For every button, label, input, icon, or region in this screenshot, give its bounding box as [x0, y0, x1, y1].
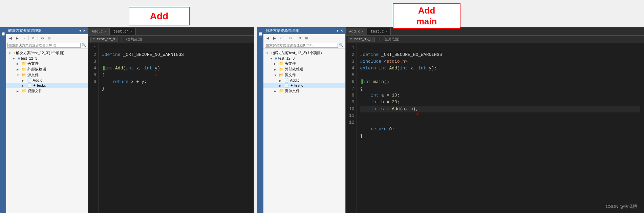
left-editor-tabs: Add.c ✕ test.c* ✕: [88, 27, 254, 36]
right-settings-button[interactable]: ⚙: [297, 35, 303, 41]
right-tab-testc[interactable]: test.c ✕: [367, 28, 391, 35]
left-resources-arrow[interactable]: ▶: [17, 90, 21, 93]
right-refresh-button[interactable]: ↺: [287, 35, 294, 41]
left-tab-addc-close[interactable]: ✕: [104, 30, 106, 34]
right-line-num-2: 2: [349, 51, 355, 58]
right-tree-resources[interactable]: ▶ 📁 资源文件: [263, 88, 345, 94]
right-external-label: 外部依赖项: [285, 67, 303, 71]
left-tree-headers[interactable]: ▶ 📁 头文件: [6, 61, 88, 66]
right-search-input[interactable]: [265, 43, 338, 48]
left-explorer-dock-btn[interactable]: ▼: [79, 29, 82, 33]
left-code-content[interactable]: #define _CRT_SECURE_NO_WARNINGS ▐int Add…: [99, 43, 254, 213]
right-source-arrow[interactable]: ▼: [274, 74, 278, 77]
right-explorer-pin-btn[interactable]: ✕: [340, 29, 343, 33]
right-tab-addc-label: Add.c: [349, 29, 360, 34]
right-line-num-9: 9: [349, 99, 355, 106]
right-project-label: test_12_3: [278, 56, 295, 60]
right-tab-addc[interactable]: Add.c ✕: [346, 28, 367, 35]
left-tree-solution[interactable]: ▼ ▪ 解决方案'test_12_3'(1个项目): [6, 50, 88, 56]
left-tab-addc[interactable]: Add.c ✕: [88, 28, 110, 35]
right-explorer-title: 解决方案资源管理器: [265, 28, 299, 33]
left-settings-button[interactable]: ⚙: [39, 35, 45, 41]
right-testc-arrow[interactable]: ▶: [279, 84, 283, 87]
right-search-icon[interactable]: 🔍: [339, 43, 344, 47]
left-editor-toolbar-dropdown[interactable]: ≡ test_12_3: [90, 37, 117, 42]
right-side-tab[interactable]: 解决方案资源管理器: [257, 27, 263, 213]
left-tree-resources[interactable]: ▶ 📁 资源文件: [6, 88, 88, 94]
left-tab-testc-close[interactable]: ✕: [130, 30, 132, 34]
right-line-num-4: 4: [349, 65, 355, 72]
left-refresh-button[interactable]: ↺: [30, 35, 36, 41]
right-code-content[interactable]: #define _CRT_SECURE_NO_WARNINGS #include…: [357, 43, 644, 213]
right-editor-scope-label: (全局范围): [384, 37, 400, 42]
right-editor-toolbar-dropdown[interactable]: ≡ test_12_3: [348, 37, 375, 42]
left-headers-icon: 📁: [22, 61, 26, 65]
left-tree-external[interactable]: ▶ 📁 外部依赖项: [6, 66, 88, 72]
left-code-line-4: {: [102, 72, 105, 78]
right-project-arrow[interactable]: ▼: [270, 57, 274, 60]
left-search-icon[interactable]: 🔍: [82, 43, 86, 47]
left-home-button[interactable]: ⌂: [21, 35, 27, 41]
left-tree-addc[interactable]: ▶ 📄 Add.c: [6, 78, 88, 83]
left-tree-testc[interactable]: ▶ 📄 ✦ test.c: [6, 83, 88, 88]
left-side-tab[interactable]: 解决方案资源管理器: [0, 27, 6, 213]
left-project-arrow[interactable]: ▼: [13, 57, 17, 60]
left-external-icon: 📁: [22, 67, 26, 71]
right-line-num-11: 11: [349, 112, 355, 119]
right-addc-arrow[interactable]: ▶: [279, 79, 283, 82]
left-explorer-pin-btn[interactable]: ✕: [83, 29, 86, 33]
right-tree-headers[interactable]: ▶ 📁 头文件: [263, 61, 345, 66]
right-tree-testc[interactable]: ▶ 📄 ✦ test.c: [263, 83, 345, 88]
left-search-input[interactable]: [7, 43, 81, 48]
right-code-line-11: return 0;: [360, 127, 394, 132]
left-tab-testc-label: test.c*: [113, 29, 129, 34]
left-code-line-6: }: [102, 86, 105, 91]
left-solution-arrow[interactable]: ▼: [8, 52, 13, 55]
left-explorer-header: 解决方案资源管理器 ▼ ✕: [6, 27, 88, 34]
right-code-line-3: extern int Add(int x, int y);: [360, 66, 437, 71]
right-tab-addc-close[interactable]: ✕: [362, 30, 363, 34]
screenshot-container: Add Addmain 解决方案资源管理器 解决方案资源管理器 ▼ ✕: [0, 0, 644, 213]
right-tree-source[interactable]: ▼ 📂 源文件: [263, 72, 345, 78]
right-copy-button[interactable]: ⊞: [303, 35, 309, 41]
right-home-button[interactable]: ⌂: [278, 35, 284, 41]
left-back-button[interactable]: ◀: [7, 35, 14, 41]
right-tree-external[interactable]: ▶ 📁 外部依赖项: [263, 66, 345, 72]
left-project-icon: ■: [18, 56, 20, 60]
left-tab-addc-label: Add.c: [92, 29, 103, 34]
left-tree-source[interactable]: ▼ 📂 源文件: [6, 72, 88, 78]
right-line-num-3: 3: [349, 58, 355, 65]
right-tree-solution[interactable]: ▼ ▪ 解决方案'test_12_3'(1个项目): [263, 50, 345, 56]
left-copy-button[interactable]: ⊞: [46, 35, 52, 41]
right-explorer-toolbar: ◀ ▶ ⌂ ↺ ⚙ ⊞: [263, 34, 345, 42]
right-solution-arrow[interactable]: ▼: [266, 52, 270, 55]
right-solution-label: 解决方案'test_12_3'(1个项目): [273, 51, 322, 55]
right-back-button[interactable]: ◀: [265, 35, 271, 41]
left-addc-arrow[interactable]: ▶: [22, 79, 26, 82]
right-tree-addc[interactable]: ▶ 📄 Add.c: [263, 78, 345, 83]
right-toolbar-sep2: [295, 36, 295, 40]
left-tree-view: ▼ ▪ 解决方案'test_12_3'(1个项目) ▼ ■ test_12_3: [6, 49, 88, 95]
left-source-arrow[interactable]: ▼: [17, 74, 21, 77]
right-forward-button[interactable]: ▶: [272, 35, 278, 41]
left-tree-project[interactable]: ▼ ■ test_12_3: [6, 56, 88, 61]
right-tab-testc-close[interactable]: ✕: [385, 30, 387, 34]
right-headers-arrow[interactable]: ▶: [274, 62, 278, 65]
right-tree-project[interactable]: ▼ ■ test_12_3: [263, 56, 345, 61]
left-tab-testc[interactable]: test.c* ✕: [110, 28, 136, 35]
right-line-num-12: 12: [349, 119, 355, 126]
right-code-line-6: {: [360, 86, 363, 91]
left-testc-arrow[interactable]: ▶: [22, 84, 26, 87]
right-testc-icon: 📄: [284, 83, 289, 87]
right-tree-view: ▼ ▪ 解决方案'test_12_3'(1个项目) ▼ ■ test_12_3 …: [263, 49, 345, 95]
right-line-num-10: 10: [349, 106, 355, 112]
right-resources-arrow[interactable]: ▶: [274, 90, 278, 93]
right-explorer-dock-btn[interactable]: ▼: [336, 29, 339, 33]
left-forward-button[interactable]: ▶: [14, 35, 20, 41]
right-code-line-5: ▐int main(): [360, 79, 389, 84]
right-explorer-search: 🔍: [263, 42, 345, 49]
left-solution-label: 解决方案'test_12_3'(1个项目): [16, 51, 64, 55]
left-headers-arrow[interactable]: ▶: [17, 62, 21, 65]
right-external-arrow[interactable]: ▶: [274, 68, 278, 71]
left-external-arrow[interactable]: ▶: [17, 68, 21, 71]
